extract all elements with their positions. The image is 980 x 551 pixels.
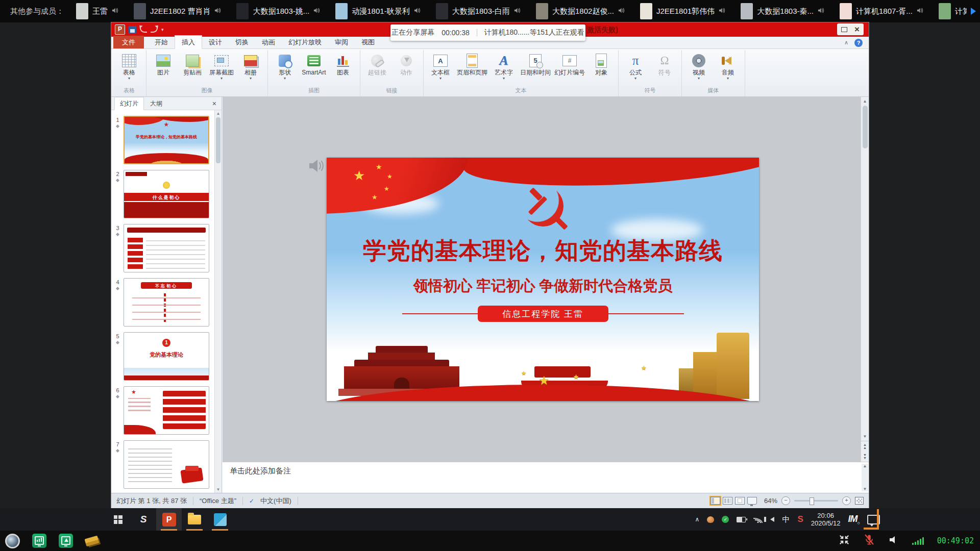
tray-pet-icon[interactable]: [707, 516, 714, 523]
tab-slides[interactable]: 幻灯片: [114, 97, 144, 110]
reading-view-button[interactable]: [735, 497, 745, 505]
scroll-up-icon[interactable]: ▲: [863, 464, 867, 468]
next-slide-button[interactable]: ▼▼: [863, 452, 867, 462]
slide-1-editor[interactable]: ★ ★ ★ ★ ★ 学党的基本理论，知党的基本路线 领悟初心 牢记初心 争做新时…: [327, 158, 759, 401]
participant-chip[interactable]: 计算机1807-王...: [939, 3, 967, 19]
input-language-indicator[interactable]: 中: [782, 515, 790, 524]
ribbon-tab[interactable]: 动画: [255, 36, 282, 48]
speaker-icon[interactable]: [889, 535, 899, 546]
panel-scrollbar[interactable]: ▲ ▼: [214, 110, 222, 493]
ribbon-button[interactable]: 动作: [392, 52, 421, 77]
tab-outline[interactable]: 大纲: [145, 97, 167, 110]
participant-chip[interactable]: 大数据1803-白雨: [436, 3, 521, 19]
screen-share-banner[interactable]: 正在分享屏幕 00:00:38 计算机180......等151人正在观看: [390, 24, 585, 41]
ribbon-button[interactable]: 形状▾: [271, 52, 299, 81]
redo-icon[interactable]: [151, 27, 158, 33]
slide-thumbnail[interactable]: 什么是初心: [124, 170, 209, 218]
ribbon-button[interactable]: 音频▾: [714, 52, 742, 81]
participant-chip[interactable]: 大数据1803-姚...: [236, 3, 320, 19]
participant-chip[interactable]: 大数据1803-秦...: [741, 3, 824, 19]
collapse-icon[interactable]: [839, 534, 850, 547]
slide-audio-icon[interactable]: [308, 158, 326, 176]
ribbon-tab[interactable]: 视图: [355, 36, 381, 48]
expand-participants-icon[interactable]: [971, 8, 976, 15]
share-stats-icon[interactable]: [32, 534, 46, 548]
zoom-in-button[interactable]: +: [842, 496, 851, 505]
wifi-icon[interactable]: [753, 516, 763, 523]
tray-im-icon[interactable]: IM○: [848, 514, 860, 525]
notes-scrollbar[interactable]: ▲▼: [862, 464, 868, 491]
scrollbar-thumb[interactable]: [863, 106, 868, 148]
ribbon-button[interactable]: 相册▾: [236, 52, 265, 81]
ribbon-button[interactable]: 符号: [650, 52, 679, 77]
tray-antivirus-icon[interactable]: ✓: [722, 516, 729, 523]
ribbon-button[interactable]: 幻灯片编号: [553, 52, 586, 77]
ribbon-button[interactable]: 页眉和页脚: [455, 52, 489, 77]
zoom-slider-thumb[interactable]: [810, 497, 814, 505]
taskbar-app-photos[interactable]: [207, 508, 233, 531]
language-indicator[interactable]: 中文(中国): [260, 496, 291, 506]
notes-pane[interactable]: 单击此处添加备注 ▲▼: [223, 462, 869, 493]
tray-expand-icon[interactable]: ∧: [695, 516, 700, 523]
ribbon-button[interactable]: 图片: [149, 52, 178, 77]
ribbon-button[interactable]: 日期和时间: [519, 52, 552, 77]
scroll-up-icon[interactable]: ▲: [215, 111, 222, 116]
save-icon[interactable]: [129, 26, 136, 34]
slide-thumbnail[interactable]: [124, 224, 209, 272]
share-screen-icon[interactable]: [59, 534, 73, 548]
participant-chip[interactable]: 王雷: [76, 3, 118, 19]
fit-to-window-button[interactable]: [855, 497, 864, 505]
ribbon-button[interactable]: 艺术字▾: [489, 52, 518, 81]
previous-slide-button[interactable]: ▲▲: [863, 441, 867, 452]
restore-window-icon[interactable]: [841, 27, 847, 32]
collapse-ribbon-icon[interactable]: ∧: [844, 39, 848, 46]
ribbon-tab[interactable]: 文件: [113, 36, 144, 48]
ribbon-tab[interactable]: 开始: [148, 36, 175, 48]
ribbon-button[interactable]: 视频▾: [684, 52, 713, 81]
scroll-down-icon[interactable]: ▼: [215, 487, 222, 492]
ribbon-tab[interactable]: 插入: [175, 35, 202, 49]
participant-chip[interactable]: J2EE1802 曹肖肖: [134, 3, 221, 19]
ribbon-button[interactable]: 剪贴画: [178, 52, 207, 77]
battery-icon[interactable]: [737, 517, 746, 522]
start-button[interactable]: [105, 508, 131, 531]
normal-view-button[interactable]: [710, 497, 720, 505]
taskbar-app-powerpoint[interactable]: P: [156, 508, 182, 531]
scroll-down-icon[interactable]: ▼: [863, 487, 867, 491]
slide-thumbnail[interactable]: [124, 440, 209, 489]
vertical-scrollbar[interactable]: ▲ ▼ ▲▲ ▼▼: [861, 97, 869, 462]
ribbon-button[interactable]: 文本框▾: [426, 52, 455, 81]
slide-thumbnail[interactable]: [124, 386, 209, 435]
participant-chip[interactable]: 大数据1802赵俊...: [536, 3, 625, 19]
slide-sorter-view-button[interactable]: [723, 497, 732, 505]
close-panel-icon[interactable]: ×: [210, 99, 218, 108]
tray-s-icon[interactable]: S: [797, 514, 803, 524]
participant-chip[interactable]: 计算机1807-胥...: [840, 3, 923, 19]
ribbon-tab[interactable]: 审阅: [328, 36, 355, 48]
slide-canvas[interactable]: ★ ★ ★ ★ ★ 学党的基本理论，知党的基本路线 领悟初心 牢记初心 争做新时…: [223, 97, 861, 462]
camera-lens-icon[interactable]: [5, 534, 20, 548]
undo-icon[interactable]: [140, 27, 147, 33]
quick-access-dropdown-icon[interactable]: ▾: [161, 27, 164, 32]
slide-thumbnail[interactable]: 1党的基本理论: [124, 332, 209, 381]
slide-thumbnail[interactable]: 不忘初心: [124, 278, 209, 327]
ribbon-tab[interactable]: 幻灯片放映: [282, 36, 328, 48]
zoom-out-button[interactable]: −: [781, 496, 790, 505]
participant-chip[interactable]: J2EE1801郭伟伟: [640, 3, 725, 19]
close-window-icon[interactable]: ×: [854, 25, 860, 34]
ribbon-tab[interactable]: 设计: [202, 36, 229, 48]
slideshow-view-button[interactable]: [747, 497, 757, 505]
ribbon-button[interactable]: 对象: [587, 52, 616, 77]
slide-thumbnail[interactable]: 学党的基本理论，知党的基本路线: [124, 116, 209, 164]
microphone-muted-icon[interactable]: [863, 534, 875, 548]
volume-icon[interactable]: [770, 517, 774, 522]
help-icon[interactable]: ?: [854, 39, 863, 47]
notes-placeholder[interactable]: 单击此处添加备注: [230, 466, 291, 476]
ribbon-button[interactable]: 表格▾: [115, 52, 143, 81]
scroll-up-icon[interactable]: ▲: [863, 97, 867, 106]
taskbar-app-input[interactable]: S: [131, 508, 156, 531]
ribbon-button[interactable]: 屏幕截图▾: [207, 52, 236, 81]
ribbon-button[interactable]: 图表: [329, 52, 357, 77]
ribbon-button[interactable]: SmartArt: [300, 52, 328, 77]
ribbon-button[interactable]: 超链接: [363, 52, 391, 77]
